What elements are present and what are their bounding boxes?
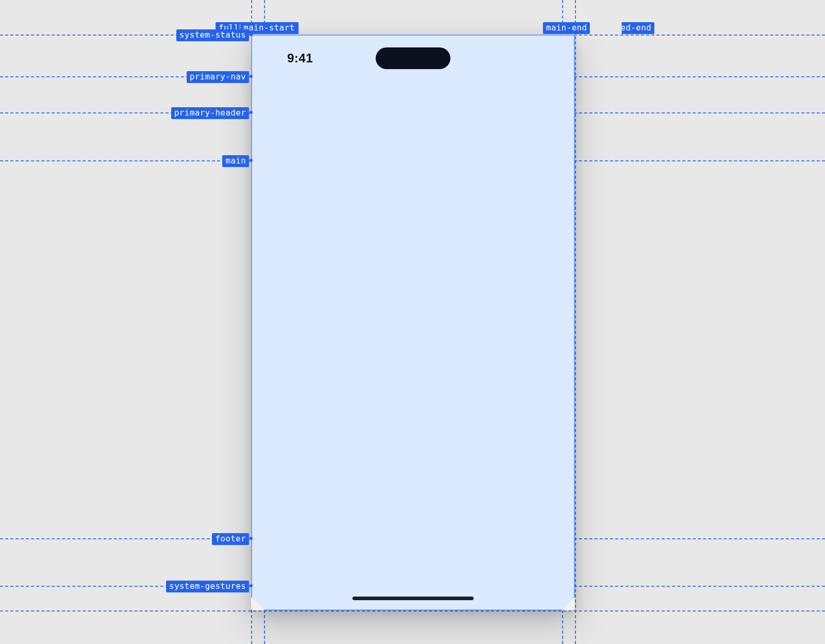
vlabel-fullbleed-end: fullbleed-end	[582, 22, 654, 34]
hguide-bottom	[0, 610, 825, 612]
device-corner-br	[562, 597, 575, 610]
dot	[250, 111, 253, 114]
device-frame: 9:41	[251, 35, 575, 610]
vlabel-main-end: main-end	[543, 22, 590, 34]
dot	[250, 33, 253, 36]
dot	[250, 537, 253, 540]
dot	[250, 584, 253, 587]
dot	[250, 159, 253, 162]
dynamic-island	[376, 47, 451, 69]
status-time: 9:41	[287, 51, 313, 65]
hlabel-primary-header: primary-header	[171, 107, 249, 119]
vguide-fullbleed-end	[575, 0, 576, 644]
hlabel-primary-nav: primary-nav	[187, 71, 249, 83]
device-corner-bl	[251, 597, 265, 610]
hlabel-footer: footer	[212, 533, 249, 545]
hlabel-system-status: system-status	[176, 29, 249, 41]
hlabel-main: main	[222, 155, 249, 167]
hlabel-system-gestures: system-gestures	[166, 581, 249, 592]
home-indicator[interactable]	[353, 597, 474, 600]
dot	[250, 75, 253, 78]
layout-canvas: 9:41 fullbleed-start main-start main-end…	[0, 0, 825, 644]
